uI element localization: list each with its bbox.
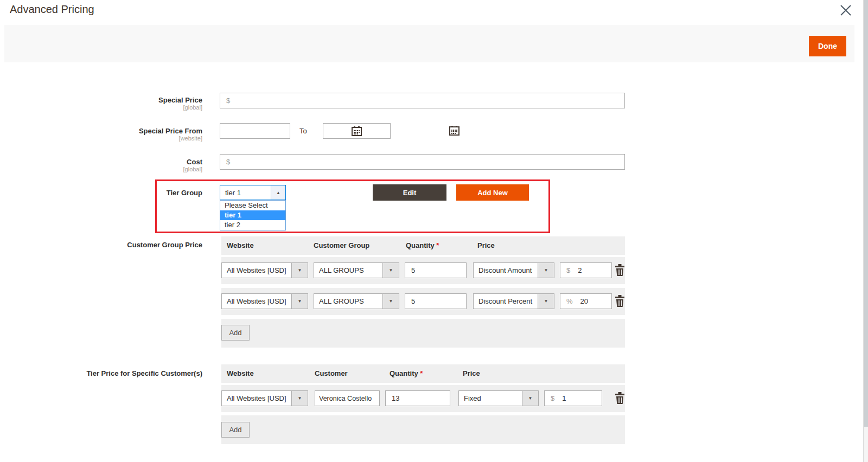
tier-group-label: Tier Group [0,189,202,197]
chevron-up-icon[interactable]: ▲ [271,185,285,200]
price-prefix: % [566,297,573,305]
tp-col-price: Price [463,369,480,377]
tp-row1-price-input[interactable]: $ 1 [544,390,602,406]
done-button[interactable]: Done [809,36,846,56]
cost-scope: [global] [0,166,202,173]
dropdown-option-tier1[interactable]: tier 1 [220,210,285,220]
customer-group-price-label: Customer Group Price [0,241,202,249]
special-price-label: Special Price [global] [0,96,202,111]
cgp-row2-website-select[interactable]: All Websites [USD] ▼ [221,293,308,309]
cgp-row1-website-select[interactable]: All Websites [USD] ▼ [221,262,308,278]
special-price-input[interactable]: $ [220,93,625,108]
special-price-scope: [global] [0,104,202,111]
cost-label: Cost [global] [0,158,202,173]
close-icon[interactable] [839,3,853,17]
calendar-icon[interactable] [352,126,362,136]
chevron-down-icon: ▼ [538,294,554,309]
cgp-row1-price-type-select[interactable]: Discount Amount ▼ [473,262,554,278]
tp-header-band [221,364,625,383]
delete-row-icon[interactable] [615,264,625,276]
tp-row1-price-type-select[interactable]: Fixed ▼ [458,390,539,406]
tp-col-quantity: Quantity * [390,369,423,377]
delete-row-icon[interactable] [615,295,625,307]
tp-col-customer: Customer [315,369,348,377]
add-new-button[interactable]: Add New [456,184,529,201]
required-asterisk: * [436,241,439,249]
page-title: Advanced Pricing [10,3,94,16]
tp-col-website: Website [227,369,254,377]
cgp-col-price: Price [477,241,495,249]
special-price-to-input[interactable] [323,123,391,139]
to-label: To [299,127,307,135]
tp-add-button[interactable]: Add [221,422,250,438]
chevron-down-icon: ▼ [291,294,308,309]
cgp-add-band [221,319,625,348]
toolbar [4,25,854,62]
delete-row-icon[interactable] [615,392,625,404]
tp-row1-quantity-input[interactable] [385,390,450,406]
cgp-row2-price-input[interactable]: % 20 [560,293,612,309]
cgp-row1-quantity-input[interactable] [405,262,467,278]
tp-row1-website-select[interactable]: All Websites [USD] ▼ [221,390,308,406]
tier-group-selected-value: tier 1 [220,185,271,200]
calendar-icon[interactable] [449,126,459,136]
chevron-down-icon: ▼ [382,294,399,309]
cgp-row2-price-type-select[interactable]: Discount Percent ▼ [473,293,554,309]
cgp-row2-customer-group-select[interactable]: ALL GROUPS ▼ [314,293,399,309]
tp-row1-customer-input[interactable] [315,390,380,406]
vertical-scrollbar-thumb[interactable] [864,0,868,427]
chevron-down-icon: ▼ [382,263,399,278]
chevron-down-icon: ▼ [522,391,538,406]
dropdown-option-please-select[interactable]: Please Select [220,201,285,210]
special-price-from-input[interactable] [220,123,290,139]
cgp-col-quantity: Quantity * [406,241,439,249]
price-prefix: $ [566,266,570,274]
tp-add-band [221,415,625,444]
tier-price-label: Tier Price for Specific Customer(s) [0,369,202,377]
tier-group-select[interactable]: tier 1 ▲ [220,185,286,200]
price-prefix: $ [551,394,554,402]
cgp-col-customer-group: Customer Group [314,241,369,249]
dropdown-option-tier2[interactable]: tier 2 [220,220,285,230]
cgp-row1-price-input[interactable]: $ 2 [560,262,612,278]
edit-button[interactable]: Edit [373,184,446,201]
special-price-from-scope: [website] [0,135,202,142]
special-price-from-label: Special Price From [website] [0,127,202,142]
tier-group-dropdown: Please Select tier 1 tier 2 [220,200,286,230]
cgp-col-website: Website [227,241,254,249]
cgp-row2-quantity-input[interactable] [405,293,467,309]
chevron-down-icon: ▼ [538,263,554,278]
cost-input[interactable]: $ [220,154,625,170]
cgp-add-button[interactable]: Add [221,325,250,341]
advanced-pricing-modal: Advanced Pricing Done Special Price [glo… [0,0,868,462]
currency-prefix: $ [226,97,230,105]
cgp-row1-customer-group-select[interactable]: ALL GROUPS ▼ [314,262,399,278]
chevron-down-icon: ▼ [291,391,308,406]
chevron-down-icon: ▼ [291,263,308,278]
required-asterisk: * [420,369,423,377]
currency-prefix: $ [226,158,230,166]
